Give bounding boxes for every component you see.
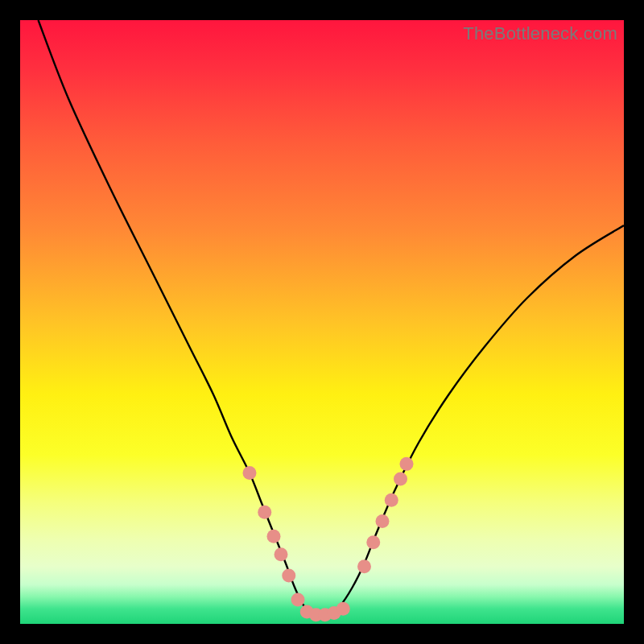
curve-marker xyxy=(394,473,407,486)
curve-marker xyxy=(336,602,350,616)
curve-marker xyxy=(357,559,371,573)
curve-marker xyxy=(366,535,380,549)
curve-marker xyxy=(282,569,295,583)
gradient-background xyxy=(20,20,624,624)
curve-marker xyxy=(258,506,271,519)
curve-marker xyxy=(385,493,398,507)
curve-marker xyxy=(267,530,281,543)
watermark-text: TheBottleneck.com xyxy=(463,23,617,44)
curve-marker xyxy=(400,457,414,471)
curve-marker xyxy=(291,593,305,607)
chart-frame: TheBottleneck.com xyxy=(20,20,624,624)
curve-marker xyxy=(376,514,390,528)
curve-marker xyxy=(275,547,288,561)
curve-marker xyxy=(243,466,257,480)
bottleneck-chart xyxy=(20,20,624,624)
